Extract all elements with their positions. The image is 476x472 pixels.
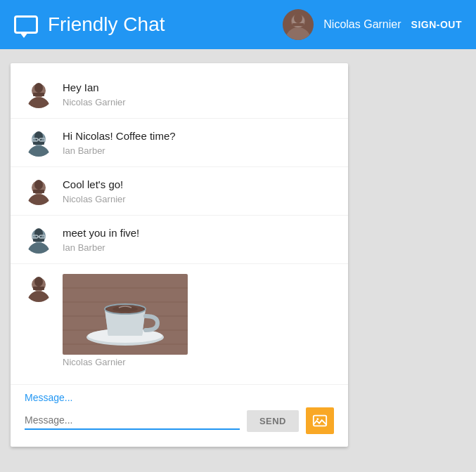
input-area: Message... SEND: [11, 384, 348, 447]
svg-rect-30: [33, 287, 44, 290]
user-avatar-header: [283, 9, 314, 40]
message-avatar: [25, 129, 53, 157]
message-text: Hi Nicolas! Coffee time?: [63, 129, 176, 143]
svg-rect-4: [292, 23, 304, 26]
message-text: meet you in five!: [63, 225, 139, 240]
message-image: [63, 274, 188, 355]
message-text: Hey Ian: [63, 80, 126, 95]
message-sender: Ian Barber: [63, 242, 139, 253]
image-icon: [312, 413, 328, 428]
message-body: Nicolas Garnier: [63, 274, 188, 367]
message-sender: Nicolas Garnier: [63, 357, 188, 367]
svg-point-0: [285, 27, 311, 40]
message-sender: Nicolas Garnier: [63, 97, 126, 107]
app-header: Friendly Chat Nicolas Garnier SIGN-OUT: [0, 0, 476, 49]
message-text: Cool let's go!: [63, 177, 126, 192]
svg-point-9: [27, 145, 50, 157]
message-avatar: [25, 80, 53, 108]
svg-point-3: [294, 13, 302, 23]
image-upload-button[interactable]: [306, 407, 334, 434]
chat-icon: [14, 15, 38, 34]
svg-point-18: [34, 180, 43, 190]
svg-point-44: [316, 418, 319, 420]
svg-rect-8: [33, 93, 44, 96]
message-item: Nicolas Garnier: [11, 264, 348, 377]
message-item: Cool let's go!Nicolas Garnier: [11, 167, 348, 216]
svg-point-20: [27, 242, 50, 254]
svg-rect-19: [33, 190, 44, 193]
send-button[interactable]: SEND: [247, 410, 299, 432]
messages-list: Hey IanNicolas Garnier Hi Nicolas! Coffe…: [11, 63, 348, 384]
sign-out-button[interactable]: SIGN-OUT: [411, 19, 462, 30]
message-sender: Nicolas Garnier: [63, 194, 126, 204]
svg-point-27: [27, 291, 50, 302]
input-row: SEND: [25, 407, 334, 434]
chat-card: Hey IanNicolas Garnier Hi Nicolas! Coffe…: [11, 63, 348, 447]
header-left: Friendly Chat: [14, 13, 165, 36]
header-right: Nicolas Garnier SIGN-OUT: [283, 9, 462, 40]
svg-point-41: [112, 306, 138, 312]
svg-point-29: [34, 277, 43, 287]
message-avatar: [25, 225, 53, 254]
svg-point-5: [27, 97, 50, 108]
message-body: meet you in five!Ian Barber: [63, 225, 139, 253]
svg-point-16: [27, 194, 50, 205]
message-item: Hi Nicolas! Coffee time?Ian Barber: [11, 119, 348, 167]
message-body: Cool let's go!Nicolas Garnier: [63, 177, 126, 204]
app-title: Friendly Chat: [48, 13, 165, 36]
message-label: Message...: [25, 392, 334, 403]
message-body: Hey IanNicolas Garnier: [63, 80, 126, 107]
svg-rect-43: [314, 416, 326, 426]
user-avatar-image: [283, 9, 314, 40]
svg-point-7: [34, 83, 43, 93]
message-sender: Ian Barber: [63, 145, 176, 156]
message-avatar: [25, 274, 53, 302]
message-item: meet you in five!Ian Barber: [11, 216, 348, 264]
message-item: Hey IanNicolas Garnier: [11, 70, 348, 119]
message-avatar: [25, 177, 53, 205]
message-body: Hi Nicolas! Coffee time?Ian Barber: [63, 129, 176, 156]
main-content: Hey IanNicolas Garnier Hi Nicolas! Coffe…: [0, 49, 476, 461]
message-input[interactable]: [25, 412, 240, 430]
header-user-name: Nicolas Garnier: [323, 18, 401, 31]
